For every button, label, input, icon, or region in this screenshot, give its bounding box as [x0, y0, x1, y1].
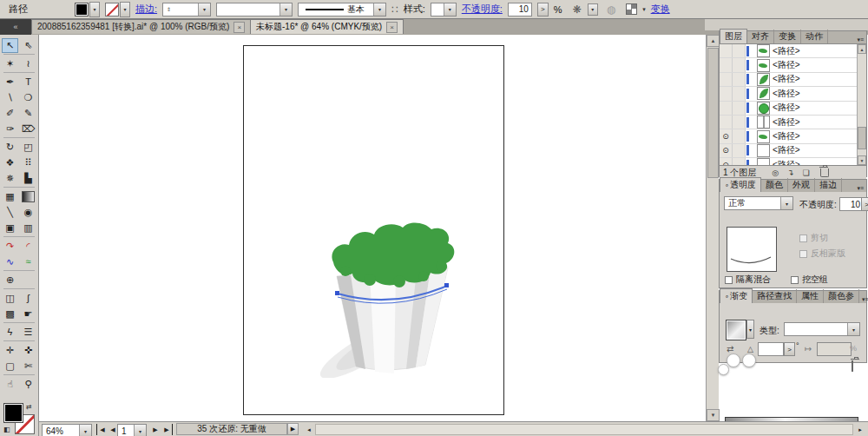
anchor-point[interactable]: [444, 283, 449, 287]
blend-tool-button[interactable]: ◉: [20, 205, 36, 220]
stroke-style-combo[interactable]: 基本▾: [298, 3, 386, 17]
stroke-weight-combo[interactable]: ⇕▾: [162, 3, 211, 17]
lock-toggle[interactable]: [733, 73, 746, 86]
close-icon[interactable]: ×: [233, 22, 245, 33]
layer-name[interactable]: <路径>: [773, 45, 854, 57]
layer-row[interactable]: ⊙<路径>◉: [720, 144, 866, 158]
scroll-up-icon[interactable]: ▲: [707, 35, 720, 47]
layer-name[interactable]: <路径>: [773, 130, 854, 142]
new-layer-icon[interactable]: ❏: [803, 168, 810, 177]
visibility-toggle[interactable]: [720, 73, 733, 86]
rotate-tool-button[interactable]: ↻: [2, 140, 18, 155]
layer-row[interactable]: <路径>○: [720, 116, 866, 129]
make-clipping-mask-icon[interactable]: ◎: [772, 168, 779, 177]
tab-align[interactable]: 对齐: [747, 30, 774, 43]
clip-checkbox[interactable]: 剪切: [799, 232, 828, 244]
isolate-blending-checkbox[interactable]: 隔离混合: [725, 274, 771, 286]
tab-layers[interactable]: 图层: [720, 29, 747, 43]
wave-tool-button[interactable]: ≈: [20, 254, 36, 269]
fill-color-button[interactable]: ▾: [75, 3, 100, 17]
angle-stepper-button[interactable]: >: [784, 342, 795, 356]
stroke-list-tool-button[interactable]: ☰: [20, 325, 36, 340]
live-paint-selection-tool-button[interactable]: ✜: [20, 343, 36, 358]
hand-tool-button[interactable]: ☝: [2, 377, 18, 392]
invert-mask-checkbox[interactable]: 反相蒙版: [799, 248, 845, 260]
visibility-toggle[interactable]: [720, 87, 733, 100]
gradient-type-select[interactable]: ▾: [784, 322, 860, 336]
page-number-select[interactable]: 1 ▾: [117, 424, 147, 436]
tab-attributes[interactable]: 属性: [797, 289, 824, 303]
lasso-tool-button[interactable]: ≀: [20, 56, 36, 71]
paintbrush-tool-button[interactable]: ✐: [2, 106, 18, 121]
visibility-toggle[interactable]: ⊙: [720, 129, 733, 142]
scrollbar-thumb[interactable]: [707, 48, 719, 178]
delete-stop-icon[interactable]: [852, 360, 853, 372]
arc-tool-button[interactable]: ↷: [2, 239, 18, 254]
scrollbar-thumb[interactable]: [858, 127, 866, 149]
warp-tool-button[interactable]: ʃ: [20, 291, 36, 306]
visibility-toggle[interactable]: ⊙: [720, 158, 733, 165]
tab-appearance[interactable]: 外观: [788, 178, 815, 192]
panel-menu-icon[interactable]: ▾≡: [854, 36, 866, 43]
scroll-down-icon[interactable]: ▼: [858, 155, 866, 165]
fill-swatch-button[interactable]: [3, 403, 23, 423]
layer-row[interactable]: <路径>○: [720, 73, 866, 87]
visibility-toggle[interactable]: ⊙: [720, 144, 733, 157]
layer-row[interactable]: <路径>○: [720, 102, 866, 116]
reverse-gradient-icon[interactable]: ⇄: [727, 344, 733, 353]
lock-toggle[interactable]: [733, 102, 746, 115]
tab-actions[interactable]: 动作: [801, 30, 828, 43]
tab-color[interactable]: 颜色: [761, 178, 788, 192]
symbol-sprayer-tool-button[interactable]: ✵: [2, 171, 18, 186]
scroll-up-icon[interactable]: ▲: [858, 44, 866, 54]
angle-input[interactable]: [758, 342, 784, 356]
width-tool-button[interactable]: ❖: [2, 155, 18, 170]
chevron-down-icon[interactable]: ▾: [89, 2, 100, 17]
width-profile-icon[interactable]: ∷: [391, 3, 398, 16]
blend-mode-select[interactable]: 正常 ▾: [724, 196, 793, 210]
tab-overflow-button[interactable]: «: [0, 19, 31, 35]
direct-selection-tool-button[interactable]: ⇖: [20, 38, 36, 53]
transform-panel-link[interactable]: 变换: [651, 3, 670, 16]
curve-tool-button[interactable]: ∿: [2, 254, 18, 269]
gradient-swatch[interactable]: [726, 320, 746, 340]
document-tab-inactive[interactable]: 200885162359481 [转换].ai* @ 100% (RGB/预览)…: [31, 19, 251, 34]
tab-stroke[interactable]: 描边: [815, 178, 842, 192]
column-graph-tool-button[interactable]: ▥: [20, 221, 36, 235]
layer-name[interactable]: <路径>: [773, 116, 854, 129]
opacity-stepper-button[interactable]: >: [861, 197, 868, 211]
reshape-tool-button[interactable]: ☛: [20, 307, 36, 321]
align-globe-icon[interactable]: ◍: [607, 3, 615, 16]
checkbox-icon[interactable]: [799, 235, 807, 242]
checkbox-icon[interactable]: [799, 250, 807, 258]
brush-definition-combo[interactable]: ▾: [216, 3, 293, 17]
new-sublayer-icon[interactable]: ↴: [787, 168, 794, 177]
canvas[interactable]: [39, 35, 706, 421]
tab-transparency[interactable]: ∘透明度: [720, 177, 761, 192]
visibility-toggle[interactable]: [720, 116, 733, 129]
line-segment-tool-button[interactable]: ∖: [2, 90, 18, 105]
layers-scrollbar[interactable]: ▲ ▼: [857, 44, 866, 165]
chevron-down-icon[interactable]: ▾: [444, 3, 456, 16]
chevron-down-icon[interactable]: ▾: [120, 2, 130, 17]
lock-toggle[interactable]: [733, 87, 746, 100]
visibility-toggle[interactable]: [720, 58, 733, 71]
mesh-tool-button[interactable]: ▦: [2, 189, 18, 204]
slice-tool-button[interactable]: ▢: [2, 359, 18, 373]
location-input[interactable]: [817, 342, 852, 356]
zigzag-tool-button[interactable]: ϟ: [2, 325, 18, 340]
chevron-down-icon[interactable]: ▾: [642, 6, 646, 13]
lock-toggle[interactable]: [733, 44, 746, 57]
lock-toggle[interactable]: [733, 158, 746, 165]
zoom-tool-button[interactable]: ⚲: [20, 377, 36, 392]
opacity-input[interactable]: 10: [508, 3, 532, 17]
layer-row[interactable]: <路径>○: [720, 44, 866, 58]
pencil-tool-button[interactable]: ✎: [20, 106, 36, 121]
swap-fill-stroke-icon[interactable]: ⇄: [26, 403, 32, 411]
opacity-stepper-button[interactable]: >: [537, 3, 549, 17]
stroke-panel-link[interactable]: 描边:: [135, 3, 157, 16]
live-paint-bucket-tool-button[interactable]: ▣: [2, 221, 18, 235]
layer-name[interactable]: <路径>: [773, 73, 854, 85]
chevron-down-icon[interactable]: ▾: [588, 3, 598, 16]
knockout-group-checkbox[interactable]: 挖空组: [791, 274, 828, 286]
